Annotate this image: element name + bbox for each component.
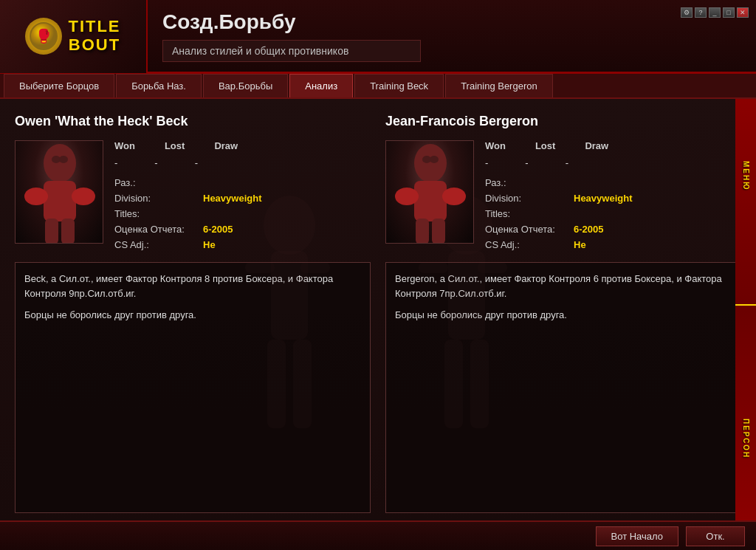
side-menu-label: МЕНЮ <box>742 161 750 191</box>
logo-area: 🥊 TITLEBOUT <box>0 0 148 73</box>
draw-header-2: Draw <box>585 140 608 151</box>
settings-btn[interactable]: ⚙ <box>681 7 693 18</box>
fighter-1-stats-header: Won Lost Draw <box>114 140 371 151</box>
fighter-2-stats-header: Won Lost Draw <box>485 140 741 151</box>
window-controls: ⚙ ? _ □ ✕ <box>681 7 749 18</box>
fighter-1-photo <box>15 140 103 244</box>
cs-label-2: CS Adj.: <box>485 239 574 250</box>
fighter-1-stats: Won Lost Draw - - - Раз.: Division: Heav… <box>114 140 371 255</box>
side-panel: МЕНЮ ПЕРСОН <box>735 99 756 520</box>
rating-value-2: 6-2005 <box>574 224 603 235</box>
svg-rect-18 <box>45 219 58 244</box>
won-header-1: Won <box>114 140 135 151</box>
titles-label-2: Titles: <box>485 208 574 219</box>
svg-point-14 <box>44 144 76 182</box>
svg-point-17 <box>72 188 95 205</box>
svg-rect-23 <box>414 181 447 221</box>
fighter-1-info-row: Won Lost Draw - - - Раз.: Division: Heav… <box>15 140 371 255</box>
cs-row-1: CS Adj.: Не <box>114 239 371 250</box>
titles-label-1: Titles: <box>114 208 203 219</box>
lost-value-2: - <box>525 157 528 168</box>
won-value-2: - <box>485 157 488 168</box>
page-subtitle: Анализ стилей и общих противников <box>162 40 421 62</box>
raz-label-1: Раз.: <box>114 177 203 188</box>
fighter-1-desc1: Beck, а Сил.от., имеет Фактор Контроля 8… <box>24 272 361 300</box>
svg-point-25 <box>442 188 466 205</box>
fighter-2-stats: Won Lost Draw - - - Раз.: Division: Heav… <box>485 140 741 255</box>
svg-rect-26 <box>416 219 429 244</box>
logo-title: TITLEBOUT <box>68 18 120 53</box>
main-content: Owen 'What the Heck' Beck <box>0 99 756 520</box>
fighter-2-name: Jean-Francois Bergeron <box>385 114 741 129</box>
tab-select-fighters[interactable]: Выберите Борцов <box>4 74 114 97</box>
won-value-1: - <box>114 157 117 168</box>
rating-row-1: Оценка Отчета: 6-2005 <box>114 224 371 235</box>
division-value-2: Heavyweight <box>574 193 632 204</box>
cancel-button[interactable]: Отк. <box>686 526 745 546</box>
cs-label-1: CS Adj.: <box>114 239 203 250</box>
logo-icon: 🥊 <box>25 18 62 55</box>
side-person-label: ПЕРСОН <box>742 419 750 458</box>
division-label-2: Division: <box>485 193 574 204</box>
rating-label-2: Оценка Отчета: <box>485 224 574 235</box>
division-row-1: Division: Heavyweight <box>114 193 371 204</box>
division-value-1: Heavyweight <box>203 193 261 204</box>
svg-point-24 <box>395 188 419 205</box>
rating-label-1: Оценка Отчета: <box>114 224 203 235</box>
svg-point-16 <box>24 188 48 205</box>
fighter-1-stats-values: - - - <box>114 157 371 168</box>
fighter-2-desc2: Борцы не боролись друг против друга. <box>395 308 732 323</box>
fighter-1-text-box: Beck, а Сил.от., имеет Фактор Контроля 8… <box>15 262 371 513</box>
titles-row-1: Titles: <box>114 208 371 219</box>
close-btn[interactable]: ✕ <box>737 7 749 18</box>
svg-point-22 <box>414 144 447 182</box>
fighter-panel-1: Owen 'What the Heck' Beck <box>15 106 371 513</box>
rating-value-1: 6-2005 <box>203 224 233 235</box>
maximize-btn[interactable]: □ <box>723 7 735 18</box>
minimize-btn[interactable]: _ <box>709 7 721 18</box>
svg-rect-15 <box>44 181 76 221</box>
fighter-2-info-row: Won Lost Draw - - - Раз.: Division: Heav… <box>385 140 741 255</box>
tabs-bar: Выберите Борцов Борьба Наз. Вар.Борьбы А… <box>0 74 756 99</box>
division-label-1: Division: <box>114 193 203 204</box>
fighter-2-text-box: Bergeron, а Сил.от., имеет Фактор Контро… <box>385 262 741 513</box>
page-title: Созд.Борьбу <box>162 10 741 34</box>
rating-row-2: Оценка Отчета: 6-2005 <box>485 224 741 235</box>
titles-row-2: Titles: <box>485 208 741 219</box>
tab-fight-back[interactable]: Борьба Наз. <box>116 74 202 97</box>
fighter-2-stats-values: - - - <box>485 157 741 168</box>
svg-text:🥊: 🥊 <box>35 28 52 44</box>
fighter-1-name: Owen 'What the Heck' Beck <box>15 114 371 129</box>
tab-analysis[interactable]: Анализ <box>289 74 353 97</box>
header: 🥊 TITLEBOUT Созд.Борьбу Анализ стилей и … <box>0 0 756 74</box>
help-btn[interactable]: ? <box>695 7 707 18</box>
svg-point-29 <box>430 156 439 163</box>
tab-fight-options[interactable]: Вар.Борьбы <box>203 74 288 97</box>
fighter-2-desc1: Bergeron, а Сил.от., имеет Фактор Контро… <box>395 272 732 300</box>
svg-rect-19 <box>61 219 75 244</box>
draw-value-1: - <box>195 157 198 168</box>
fighter-panel-2: Jean-Francois Bergeron <box>385 106 741 513</box>
raz-row-2: Раз.: <box>485 177 741 188</box>
tab-training-beck[interactable]: Training Beck <box>354 74 444 97</box>
division-row-2: Division: Heavyweight <box>485 193 741 204</box>
lost-header-1: Lost <box>165 140 185 151</box>
svg-rect-27 <box>432 219 445 244</box>
side-divider <box>735 304 756 306</box>
draw-header-1: Draw <box>214 140 238 151</box>
fighter-1-desc2: Борцы не боролись друг против друга. <box>24 308 361 323</box>
lost-value-1: - <box>154 157 157 168</box>
raz-row-1: Раз.: <box>114 177 371 188</box>
won-header-2: Won <box>485 140 506 151</box>
cs-row-2: CS Adj.: Не <box>485 239 741 250</box>
title-area: Созд.Борьбу Анализ стилей и общих против… <box>148 0 756 73</box>
cs-value-1: Не <box>203 239 216 250</box>
draw-value-2: - <box>566 157 568 168</box>
svg-point-21 <box>59 156 68 163</box>
raz-label-2: Раз.: <box>485 177 574 188</box>
start-button[interactable]: Вот Начало <box>596 526 678 546</box>
cs-value-2: Не <box>574 239 586 250</box>
bottom-bar: Вот Начало Отк. <box>0 520 756 550</box>
tab-training-bergeron[interactable]: Training Bergeron <box>445 74 553 97</box>
fighter-2-photo <box>385 140 474 244</box>
